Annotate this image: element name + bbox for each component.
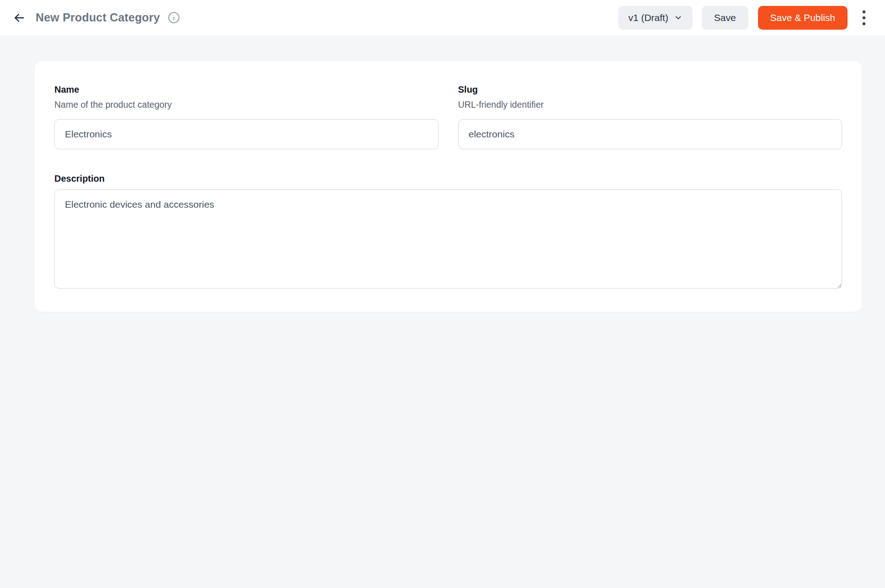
description-field: Description Electronic devices and acces…: [54, 173, 842, 290]
name-helper-text: Name of the product category: [54, 99, 439, 110]
fields-row: Name Name of the product category Slug U…: [54, 84, 842, 149]
save-button-label: Save: [714, 12, 736, 23]
slug-helper-text: URL-friendly identifier: [458, 99, 843, 110]
slug-input[interactable]: [458, 119, 843, 149]
description-label: Description: [54, 173, 842, 184]
kebab-menu-button[interactable]: [854, 6, 874, 30]
name-input[interactable]: [54, 119, 439, 149]
name-field: Name Name of the product category: [54, 84, 439, 149]
version-dropdown-button[interactable]: v1 (Draft): [618, 6, 693, 30]
arrow-left-icon: [13, 11, 26, 24]
version-label: v1 (Draft): [628, 12, 668, 23]
slug-field: Slug URL-friendly identifier: [458, 84, 843, 149]
chevron-down-icon: [674, 13, 683, 22]
main-content: Name Name of the product category Slug U…: [0, 35, 885, 312]
info-icon[interactable]: [167, 11, 180, 24]
form-card: Name Name of the product category Slug U…: [35, 61, 862, 312]
save-button[interactable]: Save: [702, 6, 748, 30]
header: New Product Category v1 (Draft) Save Sav…: [0, 0, 885, 35]
description-textarea[interactable]: Electronic devices and accessories: [54, 189, 842, 289]
slug-label: Slug: [458, 84, 843, 95]
back-button[interactable]: [9, 8, 29, 28]
kebab-menu-icon: [862, 10, 866, 26]
save-publish-button[interactable]: Save & Publish: [758, 6, 848, 30]
page-title: New Product Category: [36, 11, 160, 24]
save-publish-button-label: Save & Publish: [770, 12, 835, 23]
name-label: Name: [54, 84, 439, 95]
